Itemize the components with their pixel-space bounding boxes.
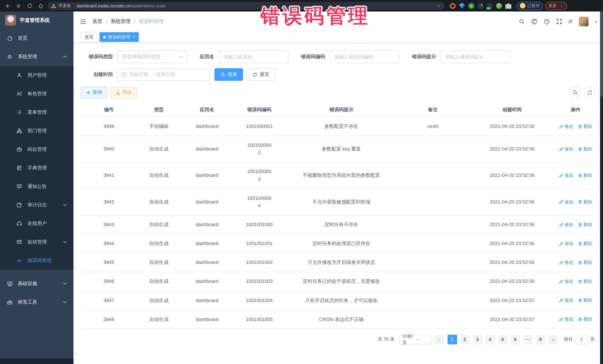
- delete-link[interactable]: 删除: [578, 259, 592, 266]
- sidebar-item-departments[interactable]: 部门管理: [0, 121, 73, 140]
- delete-link[interactable]: 删除: [578, 221, 592, 228]
- search-button[interactable]: 搜索: [214, 68, 243, 81]
- delete-link[interactable]: 删除: [578, 172, 592, 179]
- edit-link[interactable]: 修改: [559, 221, 573, 228]
- toggle-search-button[interactable]: [569, 87, 581, 98]
- page-button-5[interactable]: 5: [498, 335, 508, 344]
- edit-link[interactable]: 修改: [559, 259, 573, 266]
- browser-home-icon[interactable]: [36, 1, 45, 10]
- sidebar-item-online-users[interactable]: 在线用户: [0, 214, 73, 233]
- sidebar-footer-bar[interactable]: [0, 358, 73, 364]
- delete-link[interactable]: 删除: [578, 123, 592, 130]
- page-url[interactable]: dashboard.yudao.iocoder.cn/system/error-…: [76, 3, 434, 8]
- sidebar-item-label: 在线用户: [27, 220, 47, 227]
- tab-close-icon[interactable]: [132, 34, 135, 40]
- insecure-label[interactable]: 不安全: [59, 3, 71, 9]
- delete-link[interactable]: 删除: [578, 146, 592, 153]
- bookmark-star-icon[interactable]: [437, 3, 441, 9]
- sidebar-item-menus[interactable]: 菜单管理: [0, 103, 73, 121]
- sidebar-item-audit-log[interactable]: 审计日志: [0, 196, 73, 214]
- breadcrumb-home[interactable]: 首页: [93, 18, 103, 25]
- refresh-table-button[interactable]: [584, 87, 596, 98]
- sidebar-item-devtools[interactable]: 研发工具: [0, 293, 73, 311]
- sidebar-item-users[interactable]: 用户管理: [0, 66, 73, 85]
- user-icon: [16, 73, 22, 78]
- extension-icon-switch[interactable]: [487, 3, 493, 9]
- page-button-4[interactable]: 4: [485, 335, 495, 344]
- goto-page-input[interactable]: [575, 335, 588, 344]
- edit-link[interactable]: 修改: [559, 278, 573, 285]
- next-page-button[interactable]: [548, 335, 558, 344]
- delete-link[interactable]: 删除: [578, 278, 592, 285]
- tab-home[interactable]: 首页: [81, 32, 97, 42]
- address-bar[interactable]: 不安全 dashboard.yudao.iocoder.cn/system/er…: [47, 2, 445, 10]
- extensions-puzzle-icon[interactable]: [505, 3, 511, 9]
- app-logo[interactable]: 芋道管理系统: [0, 11, 73, 29]
- error-type-select[interactable]: 请选择错误码类型: [117, 50, 187, 63]
- reset-button[interactable]: 重置: [247, 68, 275, 81]
- delete-link[interactable]: 删除: [578, 199, 592, 205]
- fullscreen-icon[interactable]: [556, 19, 562, 24]
- sidebar-collapse-icon[interactable]: [80, 19, 86, 24]
- cell-hint: 定时任务的处理器已经存在: [285, 234, 397, 253]
- page-button-6[interactable]: 6: [510, 335, 520, 344]
- cell-hint: 只允许修改为开启或者关闭状态: [285, 253, 397, 272]
- edit-link[interactable]: 修改: [559, 199, 573, 205]
- help-icon[interactable]: [544, 18, 550, 25]
- scrollbar-thumb[interactable]: [600, 11, 603, 97]
- delete-link[interactable]: 删除: [578, 316, 592, 323]
- page-size-select[interactable]: 10条/页: [399, 335, 432, 344]
- sidebar-item-notice[interactable]: 通知公告: [0, 177, 73, 196]
- app-name-input[interactable]: [219, 50, 288, 63]
- profile-paused-badge[interactable]: 已暂停: [517, 2, 543, 10]
- sidebar-item-error-code[interactable]: 错误码管理: [0, 251, 73, 270]
- sidebar-item-roles[interactable]: 角色管理: [0, 85, 73, 103]
- github-icon[interactable]: [531, 18, 537, 25]
- add-button[interactable]: 新增: [81, 87, 107, 98]
- browser-reload-icon[interactable]: [25, 1, 34, 10]
- breadcrumb-system[interactable]: 系统管理: [111, 18, 131, 25]
- page-button-2[interactable]: 2: [460, 335, 470, 344]
- edit-link[interactable]: 修改: [559, 316, 573, 323]
- edit-link[interactable]: 修改: [559, 240, 573, 247]
- user-avatar[interactable]: [579, 17, 589, 26]
- error-code-input[interactable]: [329, 50, 399, 63]
- delete-link[interactable]: 删除: [578, 240, 592, 247]
- extension-icon-orange[interactable]: [450, 3, 456, 9]
- page-button-8[interactable]: 8: [536, 335, 545, 344]
- sidebar-item-dict[interactable]: 字典管理: [0, 159, 73, 177]
- browser-menu-icon[interactable]: [559, 3, 564, 8]
- header-search-icon[interactable]: [519, 19, 524, 24]
- edit-link[interactable]: 修改: [559, 123, 573, 130]
- sidebar-item-system[interactable]: 系统管理: [0, 47, 73, 66]
- edit-link[interactable]: 修改: [559, 297, 573, 304]
- browser-update-button[interactable]: 更新: [545, 2, 567, 10]
- edit-link[interactable]: 修改: [559, 146, 573, 153]
- sidebar-item-sms[interactable]: 短信管理: [0, 233, 73, 251]
- window-scrollbar[interactable]: [600, 11, 603, 364]
- export-button[interactable]: 导出: [111, 87, 137, 98]
- extension-icon-key[interactable]: [496, 3, 502, 9]
- avatar-caret-icon[interactable]: [595, 18, 597, 25]
- prev-page-button[interactable]: [435, 335, 444, 344]
- browser-forward-icon[interactable]: [14, 1, 23, 10]
- edit-link[interactable]: 修改: [559, 172, 573, 179]
- chevron-down-icon: [63, 301, 67, 303]
- extension-icon-green[interactable]: v: [468, 3, 474, 9]
- tab-error-code[interactable]: 错误码管理: [99, 32, 139, 42]
- extension-icon-gem[interactable]: [459, 3, 465, 9]
- extension-icon-dark[interactable]: [477, 3, 484, 9]
- sidebar-item-posts[interactable]: 岗位管理: [0, 140, 73, 159]
- more-pages-button[interactable]: [523, 335, 533, 344]
- sidebar-item-infra[interactable]: 基础设施: [0, 274, 73, 293]
- error-hint-input[interactable]: [441, 50, 510, 63]
- page-button-1[interactable]: 1: [447, 335, 457, 344]
- date-range-picker[interactable]: 开始日期 - 结束日期: [117, 68, 210, 81]
- cell-app: dashboard: [181, 117, 233, 136]
- sidebar-item-home[interactable]: 首页: [0, 29, 73, 47]
- font-size-icon[interactable]: tT: [568, 19, 573, 24]
- browser-back-icon[interactable]: [3, 1, 12, 10]
- page-button-3[interactable]: 3: [473, 335, 482, 344]
- delete-link[interactable]: 删除: [578, 297, 592, 304]
- cell-app: dashboard: [181, 162, 233, 189]
